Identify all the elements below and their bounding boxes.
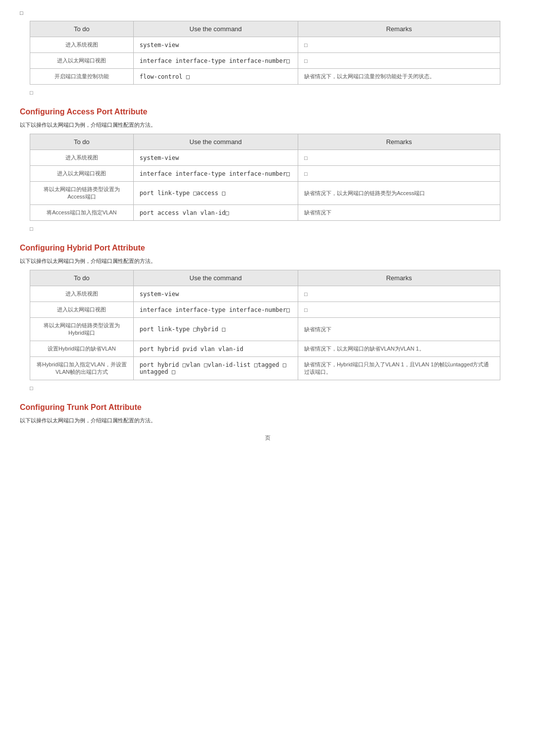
table-row: 将以太网端口的链路类型设置为Hybrid端口 port link-type □h… bbox=[30, 318, 500, 341]
hybrid-intro-note: 以下以操作以太网端口为例，介绍端口属性配置的方法。 bbox=[20, 257, 515, 265]
table-row: 将Hybrid端口加入指定VLAN，并设置VLAN帧的出端口方式 port hy… bbox=[30, 357, 500, 380]
remarks-cell: 缺省情况下 bbox=[298, 318, 500, 341]
todo-cell: 进入系统视图 bbox=[30, 37, 134, 53]
remarks-cell: 缺省情况下，以太网端口的链路类型为Access端口 bbox=[298, 182, 500, 205]
col-header-command: Use the command bbox=[133, 21, 298, 37]
todo-cell: 将Hybrid端口加入指定VLAN，并设置VLAN帧的出端口方式 bbox=[30, 357, 134, 380]
todo-cell: 设置Hybrid端口的缺省VLAN bbox=[30, 341, 134, 357]
command-cell: port access vlan vlan-id□ bbox=[133, 205, 298, 221]
todo-cell: 将Access端口加入指定VLAN bbox=[30, 205, 134, 221]
bottom-note-hybrid: □ bbox=[30, 385, 515, 391]
todo-cell: 开启端口流量控制功能 bbox=[30, 69, 134, 85]
remarks-cell: 缺省情况下，以太网端口的缺省VLAN为VLAN 1。 bbox=[298, 341, 500, 357]
remarks-cell: □ bbox=[298, 302, 500, 318]
command-cell: port hybrid □vlan □vlan-id-list □tagged … bbox=[133, 357, 298, 380]
trunk-port-section: Configuring Trunk Port Attribute 以下以操作以太… bbox=[20, 403, 515, 424]
remarks-cell: □ bbox=[298, 37, 500, 53]
access-port-section: Configuring Access Port Attribute 以下以操作以… bbox=[20, 107, 515, 232]
command-cell: port link-type □access □ bbox=[133, 182, 298, 205]
remarks-cell: 缺省情况下，Hybrid端口只加入了VLAN 1，且VLAN 1的帧以untag… bbox=[298, 357, 500, 380]
todo-cell: 将以太网端口的链路类型设置为Hybrid端口 bbox=[30, 318, 134, 341]
command-cell: interface interface-type interface-numbe… bbox=[133, 302, 298, 318]
table-row: 开启端口流量控制功能 flow-control □ 缺省情况下，以太网端口流量控… bbox=[30, 69, 500, 85]
command-cell: system-view bbox=[133, 286, 298, 302]
todo-cell: 进入以太网端口视图 bbox=[30, 166, 134, 182]
remarks-cell: 缺省情况下，以太网端口流量控制功能处于关闭状态。 bbox=[298, 69, 500, 85]
hybrid-port-section: Configuring Hybrid Port Attribute 以下以操作以… bbox=[20, 244, 515, 391]
todo-cell: 进入以太网端口视图 bbox=[30, 302, 134, 318]
table-row: 设置Hybrid端口的缺省VLAN port hybrid pvid vlan … bbox=[30, 341, 500, 357]
bottom-note-access: □ bbox=[30, 226, 515, 232]
col-header-remarks: Remarks bbox=[298, 134, 500, 150]
access-intro-note: 以下以操作以太网端口为例，介绍端口属性配置的方法。 bbox=[20, 121, 515, 129]
flow-control-section: To do Use the command Remarks 进入系统视图 sys… bbox=[20, 21, 515, 96]
command-cell: system-view bbox=[133, 37, 298, 53]
top-note: □ bbox=[20, 10, 515, 16]
trunk-section-title: Configuring Trunk Port Attribute bbox=[20, 403, 515, 412]
table-row: 进入以太网端口视图 interface interface-type inter… bbox=[30, 53, 500, 69]
flow-control-table: To do Use the command Remarks 进入系统视图 sys… bbox=[30, 21, 500, 85]
todo-cell: 进入系统视图 bbox=[30, 286, 134, 302]
remarks-cell: □ bbox=[298, 53, 500, 69]
table-row: 进入以太网端口视图 interface interface-type inter… bbox=[30, 302, 500, 318]
command-cell: interface interface-type interface-numbe… bbox=[133, 166, 298, 182]
remarks-cell: □ bbox=[298, 166, 500, 182]
bottom-note-top: □ bbox=[30, 90, 515, 96]
access-section-title: Configuring Access Port Attribute bbox=[20, 107, 515, 116]
col-header-command: Use the command bbox=[133, 134, 298, 150]
col-header-remarks: Remarks bbox=[298, 21, 500, 37]
table-row: 进入系统视图 system-view □ bbox=[30, 150, 500, 166]
todo-cell: 将以太网端口的链路类型设置为Access端口 bbox=[30, 182, 134, 205]
col-header-todo: To do bbox=[30, 134, 134, 150]
command-cell: interface interface-type interface-numbe… bbox=[133, 53, 298, 69]
remarks-cell: 缺省情况下 bbox=[298, 205, 500, 221]
trunk-intro-note: 以下以操作以太网端口为例，介绍端口属性配置的方法。 bbox=[20, 417, 515, 424]
remarks-cell: □ bbox=[298, 286, 500, 302]
page-number: 页 bbox=[20, 434, 515, 442]
col-header-remarks: Remarks bbox=[298, 270, 500, 286]
todo-cell: 进入系统视图 bbox=[30, 150, 134, 166]
command-cell: port hybrid pvid vlan vlan-id bbox=[133, 341, 298, 357]
col-header-command: Use the command bbox=[133, 270, 298, 286]
table-row: 将以太网端口的链路类型设置为Access端口 port link-type □a… bbox=[30, 182, 500, 205]
table-row: 进入系统视图 system-view □ bbox=[30, 37, 500, 53]
command-cell: flow-control □ bbox=[133, 69, 298, 85]
command-cell: system-view bbox=[133, 150, 298, 166]
hybrid-table: To do Use the command Remarks 进入系统视图 sys… bbox=[30, 270, 500, 380]
command-cell: port link-type □hybrid □ bbox=[133, 318, 298, 341]
table-row: 进入系统视图 system-view □ bbox=[30, 286, 500, 302]
remarks-cell: □ bbox=[298, 150, 500, 166]
table-row: 进入以太网端口视图 interface interface-type inter… bbox=[30, 166, 500, 182]
col-header-todo: To do bbox=[30, 21, 134, 37]
hybrid-section-title: Configuring Hybrid Port Attribute bbox=[20, 244, 515, 252]
access-table: To do Use the command Remarks 进入系统视图 sys… bbox=[30, 134, 500, 221]
col-header-todo: To do bbox=[30, 270, 134, 286]
table-row: 将Access端口加入指定VLAN port access vlan vlan-… bbox=[30, 205, 500, 221]
todo-cell: 进入以太网端口视图 bbox=[30, 53, 134, 69]
